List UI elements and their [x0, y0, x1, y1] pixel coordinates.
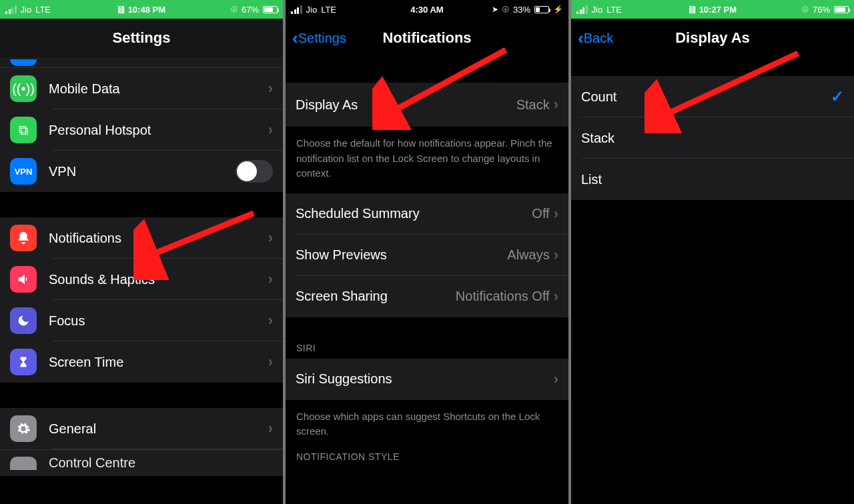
row-control-centre[interactable]: Control Centre [0, 449, 283, 476]
option-label: List [581, 172, 602, 187]
row-value: Off [532, 206, 549, 221]
navbar: Settings [0, 19, 283, 57]
back-button[interactable]: ‹ Settings [292, 31, 346, 46]
chevron-right-icon: › [554, 247, 558, 264]
chevron-right-icon: › [268, 312, 273, 329]
row-label: Mobile Data [49, 81, 120, 97]
option-label: Stack [581, 131, 614, 146]
chevron-right-icon: › [554, 288, 558, 305]
clock-label: 4:30 AM [410, 5, 443, 15]
row-label: Show Previews [296, 247, 387, 263]
alarm-icon: ⦾ [231, 5, 238, 14]
alarm-icon: ⦾ [502, 5, 509, 14]
option-label: Count [581, 89, 616, 105]
battery-pct: 76% [813, 5, 830, 15]
row-label: VPN [49, 164, 76, 179]
display-as-note: Choose the default for how notifications… [286, 127, 568, 193]
siri-note: Choose which apps can suggest Shortcuts … [286, 400, 568, 451]
status-bar: Jio LTE ⛓ 10:27 PM ⦾ 76% [571, 0, 854, 19]
battery-icon [534, 6, 549, 13]
row-siri-suggestions[interactable]: Siri Suggestions › [286, 359, 568, 400]
row-personal-hotspot[interactable]: ⧉ Personal Hotspot › [0, 109, 283, 151]
vpn-toggle[interactable] [236, 160, 273, 183]
row-show-previews[interactable]: Show Previews Always › [286, 235, 568, 276]
hotspot-icon: ⛓ [689, 5, 697, 15]
option-list[interactable]: List [571, 159, 854, 200]
row-partial-top [0, 57, 283, 68]
charging-icon: ⚡ [553, 5, 563, 14]
row-label: Display As [296, 97, 358, 113]
carrier-label: Jio [592, 5, 603, 15]
speaker-icon [10, 266, 37, 293]
row-focus[interactable]: Focus › [0, 300, 283, 341]
hotspot-icon: ⛓ [117, 5, 125, 15]
battery-icon [263, 6, 278, 13]
antenna-icon: ((•)) [10, 75, 37, 102]
battery-pct: 33% [513, 5, 530, 15]
carrier-label: Jio [306, 5, 318, 15]
hourglass-icon [10, 349, 37, 375]
row-label: Sounds & Haptics [49, 272, 155, 287]
section-header-siri: SIRI [286, 343, 568, 359]
signal-icon [5, 5, 17, 14]
page-title: Settings [0, 29, 283, 47]
link-icon: ⧉ [10, 117, 37, 143]
vpn-icon: VPN [10, 158, 37, 185]
checkmark-icon: ✓ [831, 87, 844, 106]
navbar: ‹ Settings Notifications [286, 19, 568, 57]
chevron-right-icon: › [268, 80, 273, 97]
location-icon: ➤ [492, 5, 498, 14]
row-label: Personal Hotspot [49, 123, 151, 138]
navbar: ‹ Back Display As [571, 19, 854, 57]
bell-icon [10, 225, 37, 251]
status-bar: Jio LTE 4:30 AM ➤ ⦾ 33% ⚡ [286, 0, 568, 19]
row-notifications[interactable]: Notifications › [0, 217, 283, 259]
section-header-style: NOTIFICATION STYLE [286, 451, 568, 467]
chevron-right-icon: › [554, 371, 558, 388]
back-label: Settings [298, 31, 346, 46]
row-vpn[interactable]: VPN VPN [0, 151, 283, 192]
signal-icon [576, 5, 588, 14]
chevron-right-icon: › [268, 271, 273, 288]
gear-icon [10, 415, 37, 442]
screenshot-display-as: Jio LTE ⛓ 10:27 PM ⦾ 76% ‹ Back Display … [571, 0, 854, 504]
back-button[interactable]: ‹ Back [578, 31, 613, 46]
clock-label: 10:48 PM [128, 5, 165, 15]
row-label: Focus [49, 313, 85, 329]
network-label: LTE [321, 5, 336, 15]
row-general[interactable]: General › [0, 408, 283, 449]
row-value: Always [507, 247, 549, 263]
back-label: Back [584, 31, 613, 46]
chevron-right-icon: › [268, 121, 273, 139]
row-screen-sharing[interactable]: Screen Sharing Notifications Off › [286, 276, 568, 317]
row-label: Scheduled Summary [296, 206, 420, 221]
row-label: Screen Sharing [296, 289, 388, 304]
page-title: Display As [571, 29, 854, 47]
network-label: LTE [35, 5, 51, 15]
row-value: Stack [516, 97, 550, 113]
row-label: Screen Time [49, 355, 123, 370]
row-screen-time[interactable]: Screen Time › [0, 341, 283, 383]
option-count[interactable]: Count ✓ [571, 76, 854, 117]
battery-icon [834, 6, 849, 13]
battery-pct: 67% [242, 5, 259, 15]
status-bar: Jio LTE ⛓ 10:48 PM ⦾ 67% [0, 0, 283, 19]
row-display-as[interactable]: Display As Stack › [286, 83, 568, 127]
row-scheduled-summary[interactable]: Scheduled Summary Off › [286, 193, 568, 235]
row-label: General [49, 421, 96, 437]
screenshot-settings: Jio LTE ⛓ 10:48 PM ⦾ 67% Settings ((•)) … [0, 0, 283, 504]
chevron-right-icon: › [554, 205, 558, 223]
chevron-right-icon: › [268, 420, 273, 437]
signal-icon [291, 5, 302, 14]
alarm-icon: ⦾ [802, 5, 809, 14]
row-sounds-haptics[interactable]: Sounds & Haptics › [0, 259, 283, 300]
row-label: Notifications [49, 231, 121, 246]
row-label: Siri Suggestions [296, 371, 392, 387]
screenshot-notifications: Jio LTE 4:30 AM ➤ ⦾ 33% ⚡ ‹ Settings Not… [286, 0, 568, 504]
row-mobile-data[interactable]: ((•)) Mobile Data › [0, 68, 283, 109]
option-stack[interactable]: Stack [571, 117, 854, 159]
clock-label: 10:27 PM [699, 5, 737, 15]
chevron-right-icon: › [268, 229, 273, 247]
row-value: Notifications Off [456, 289, 550, 304]
moon-icon [10, 307, 37, 334]
